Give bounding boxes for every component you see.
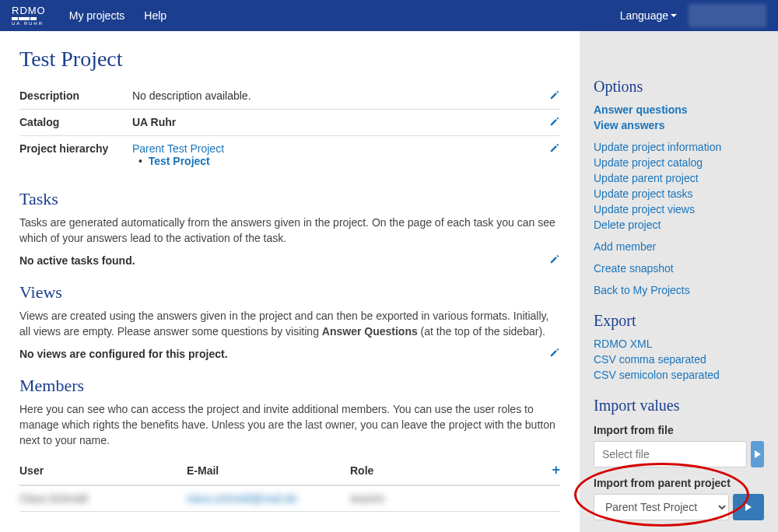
sidebar: Options Answer questions View answers Up…	[580, 31, 778, 532]
col-email: E-Mail	[187, 456, 350, 485]
options-heading: Options	[594, 78, 764, 96]
member-email[interactable]: clara.schmidt@mail.de	[187, 492, 297, 505]
top-navbar: RDMO UA RUHR My projects Help Language	[0, 0, 778, 31]
tasks-description: Tasks are generated automatically from t…	[19, 215, 560, 246]
import-file-label: Import from file	[594, 424, 764, 436]
link-view-answers[interactable]: View answers	[594, 119, 764, 131]
link-update-tasks[interactable]: Update project tasks	[594, 187, 764, 200]
description-value: No description available.	[132, 83, 545, 110]
user-menu[interactable]	[689, 4, 766, 27]
link-delete-project[interactable]: Delete project	[594, 219, 764, 231]
project-info-table: Description No description available. Ca…	[19, 83, 560, 173]
member-role: Autorin	[350, 492, 384, 505]
chevron-down-icon	[671, 14, 677, 17]
brand-logo[interactable]: RDMO UA RUHR	[12, 5, 46, 26]
members-table: User E-Mail Role + Clara Schmidt clara.s…	[19, 456, 560, 512]
import-file-button[interactable]	[751, 441, 764, 467]
hierarchy-parent-link[interactable]: Parent Test Project	[132, 142, 224, 155]
tasks-heading: Tasks	[19, 189, 560, 209]
nav-my-projects[interactable]: My projects	[69, 9, 125, 22]
views-empty: No views are configured for this project…	[19, 348, 549, 360]
nav-links: My projects Help	[69, 9, 166, 22]
link-export-csv-comma[interactable]: CSV comma separated	[594, 353, 764, 366]
members-heading: Members	[19, 376, 560, 396]
main-content: Test Project Description No description …	[0, 31, 580, 532]
nav-help[interactable]: Help	[144, 9, 166, 22]
link-update-info[interactable]: Update project information	[594, 141, 764, 153]
hierarchy-current-link[interactable]: Test Project	[149, 155, 210, 167]
pencil-icon[interactable]	[549, 254, 560, 267]
snapshots-heading: Snapshots	[19, 527, 560, 532]
brand-sub: UA RUHR	[12, 21, 44, 26]
brand-text: RDMO	[12, 5, 46, 16]
select-file-input[interactable]	[594, 441, 747, 467]
export-heading: Export	[594, 312, 764, 330]
pencil-icon[interactable]	[549, 142, 560, 156]
arrow-right-icon	[745, 503, 752, 511]
link-update-parent[interactable]: Update parent project	[594, 172, 764, 184]
import-heading: Import values	[594, 397, 764, 415]
views-heading: Views	[19, 282, 560, 303]
pencil-icon[interactable]	[549, 89, 560, 103]
link-export-csv-semicolon[interactable]: CSV semicolon separated	[594, 369, 764, 381]
link-create-snapshot[interactable]: Create snapshot	[594, 262, 764, 275]
pencil-icon[interactable]	[549, 116, 560, 129]
pencil-icon[interactable]	[549, 347, 560, 360]
language-dropdown[interactable]: Language	[620, 9, 677, 22]
import-parent-select[interactable]: Parent Test Project	[594, 494, 729, 520]
tasks-empty: No active tasks found.	[19, 254, 549, 267]
description-label: Description	[19, 83, 132, 110]
language-label: Language	[620, 9, 668, 22]
link-update-catalog[interactable]: Update project catalog	[594, 156, 764, 169]
arrow-right-icon	[755, 450, 761, 458]
link-answer-questions[interactable]: Answer questions	[594, 103, 764, 116]
col-user: User	[19, 456, 187, 485]
import-parent-button[interactable]	[733, 494, 764, 520]
views-description: Views are created using the answers give…	[19, 309, 560, 339]
link-add-member[interactable]: Add member	[594, 240, 764, 253]
link-back-projects[interactable]: Back to My Projects	[594, 284, 764, 296]
members-description: Here you can see who can access the proj…	[19, 402, 560, 448]
table-row: Clara Schmidt clara.schmidt@mail.de Auto…	[19, 485, 560, 512]
import-parent-label: Import from parent project	[594, 477, 764, 489]
plus-icon[interactable]: +	[552, 462, 560, 478]
hierarchy-label: Project hierarchy	[19, 136, 132, 174]
member-user: Clara Schmidt	[19, 492, 88, 505]
catalog-value: UA Ruhr	[132, 110, 545, 136]
link-update-views[interactable]: Update project views	[594, 203, 764, 215]
col-role: Role	[350, 456, 545, 485]
page-title: Test Project	[19, 47, 560, 72]
link-export-xml[interactable]: RDMO XML	[594, 338, 764, 350]
catalog-label: Catalog	[19, 110, 132, 136]
